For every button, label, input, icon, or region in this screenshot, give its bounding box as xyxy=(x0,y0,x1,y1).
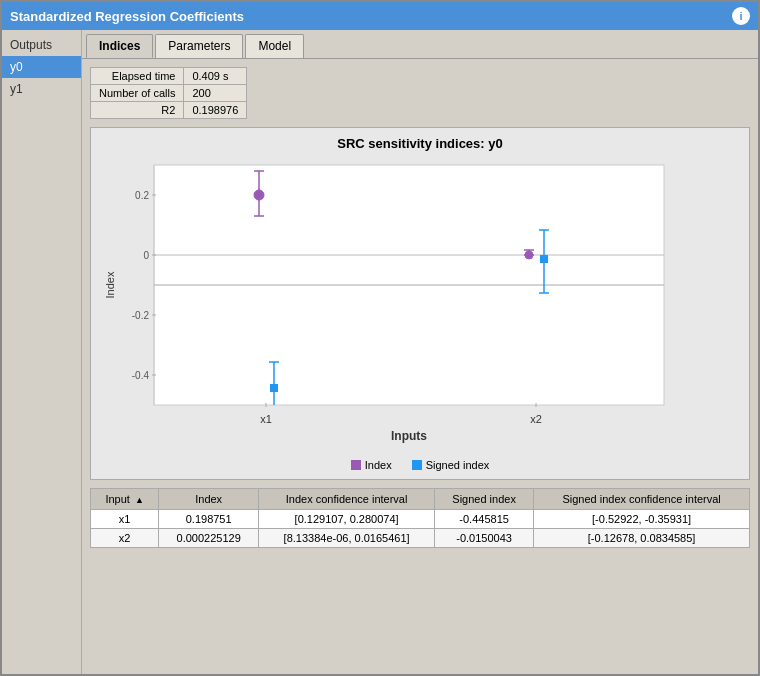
info-icon[interactable]: i xyxy=(732,7,750,25)
table-row: x10.198751[0.129107, 0.280074]-0.445815[… xyxy=(91,510,750,529)
chart-title: SRC sensitivity indices: y0 xyxy=(99,136,741,151)
svg-rect-27 xyxy=(540,255,548,263)
chart-svg: 0.2 0 -0.2 -0.4 Index xyxy=(99,155,679,455)
svg-text:0: 0 xyxy=(143,250,149,261)
legend-index-color xyxy=(351,460,361,470)
svg-text:-0.4: -0.4 xyxy=(132,370,150,381)
stats-table: Elapsed time 0.409 s Number of calls 200… xyxy=(90,67,247,119)
svg-rect-19 xyxy=(270,384,278,392)
content-area: Indices Parameters Model Elapsed time 0.… xyxy=(82,30,758,674)
data-table: Input ▲ Index Index confidence interval … xyxy=(90,488,750,548)
legend-signed-index-color xyxy=(412,460,422,470)
col-header-input[interactable]: Input ▲ xyxy=(91,489,159,510)
svg-text:x1: x1 xyxy=(260,413,272,425)
r2-label: R2 xyxy=(91,102,184,119)
tab-bar: Indices Parameters Model xyxy=(82,30,758,59)
svg-text:-0.2: -0.2 xyxy=(132,310,150,321)
col-header-index-ci: Index confidence interval xyxy=(259,489,435,510)
col-header-index: Index xyxy=(159,489,259,510)
tab-indices[interactable]: Indices xyxy=(86,34,153,58)
main-window: Standardized Regression Coefficients i O… xyxy=(0,0,760,676)
svg-text:Inputs: Inputs xyxy=(391,429,427,443)
sidebar-item-y0[interactable]: y0 xyxy=(2,56,81,78)
legend-index-label: Index xyxy=(365,459,392,471)
sidebar-item-y1[interactable]: y1 xyxy=(2,78,81,100)
chart-legend: Index Signed index xyxy=(99,459,741,471)
col-header-signed-index: Signed index xyxy=(435,489,534,510)
tab-parameters[interactable]: Parameters xyxy=(155,34,243,58)
num-calls-label: Number of calls xyxy=(91,85,184,102)
elapsed-time-value: 0.409 s xyxy=(184,68,247,85)
tab-model[interactable]: Model xyxy=(245,34,304,58)
num-calls-value: 200 xyxy=(184,85,247,102)
svg-text:x2: x2 xyxy=(530,413,542,425)
legend-signed-index-label: Signed index xyxy=(426,459,490,471)
svg-point-23 xyxy=(525,251,533,259)
table-row: x20.000225129[8.13384e-06, 0.0165461]-0.… xyxy=(91,529,750,548)
sort-arrow-input: ▲ xyxy=(135,495,144,505)
chart-area: 0.2 0 -0.2 -0.4 Index xyxy=(99,155,741,455)
r2-value: 0.198976 xyxy=(184,102,247,119)
sidebar-label: Outputs xyxy=(2,34,81,56)
legend-signed-index: Signed index xyxy=(412,459,490,471)
svg-text:Index: Index xyxy=(104,271,116,298)
window-title: Standardized Regression Coefficients xyxy=(10,9,244,24)
svg-point-16 xyxy=(254,190,264,200)
legend-index: Index xyxy=(351,459,392,471)
chart-container: SRC sensitivity indices: y0 xyxy=(90,127,750,480)
main-body: Outputs y0 y1 Indices Parameters Model xyxy=(2,30,758,674)
tab-content: Elapsed time 0.409 s Number of calls 200… xyxy=(82,59,758,674)
elapsed-time-label: Elapsed time xyxy=(91,68,184,85)
svg-text:0.2: 0.2 xyxy=(135,190,149,201)
title-bar: Standardized Regression Coefficients i xyxy=(2,2,758,30)
sidebar: Outputs y0 y1 xyxy=(2,30,82,674)
col-header-signed-ci: Signed index confidence interval xyxy=(534,489,750,510)
